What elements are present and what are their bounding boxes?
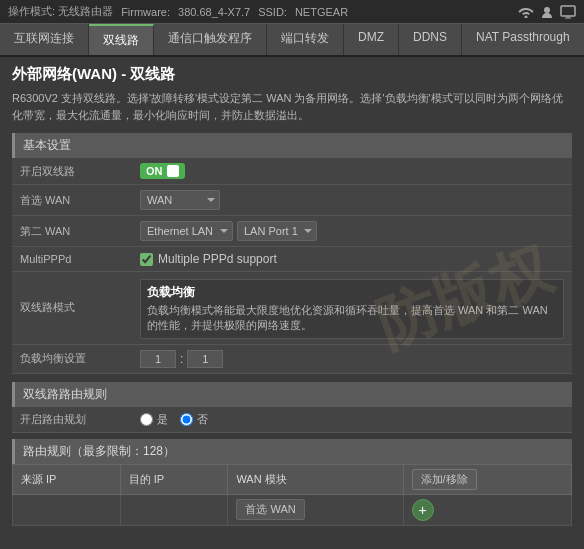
- routing-table-section: 路由规则（最多限制：128） 来源 IP 目的 IP WAN 模块 添加/移除: [12, 439, 572, 526]
- tab-portfwd[interactable]: 端口转发: [267, 24, 344, 55]
- top-bar-icons: [518, 5, 576, 19]
- svg-point-0: [544, 7, 550, 13]
- dst-ip-cell: [120, 494, 228, 525]
- tab-internet[interactable]: 互联网连接: [0, 24, 89, 55]
- primary-wan-select[interactable]: WAN: [140, 190, 220, 210]
- enable-routing-label: 开启路由规划: [12, 407, 132, 433]
- col-wan: WAN 模块: [228, 464, 403, 494]
- action-cell: +: [403, 494, 571, 525]
- radio-yes-input[interactable]: [140, 413, 153, 426]
- firmware-label: Firmware:: [121, 6, 170, 18]
- ssid-value: NETGEAR: [295, 6, 348, 18]
- radio-no-label: 否: [197, 412, 208, 427]
- src-ip-cell: [13, 494, 121, 525]
- radio-no-option[interactable]: 否: [180, 412, 208, 427]
- row-dualwan-mode: 双线路模式 负载均衡 负载均衡模式将能最大限度地优化资源和循环吞吐量，提高首选 …: [12, 272, 572, 345]
- dualwan-mode-label: 双线路模式: [12, 272, 132, 345]
- multippd-checkbox-label: Multiple PPPd support: [158, 252, 277, 266]
- row-enable-routing: 开启路由规划 是 否: [12, 407, 572, 433]
- routing-rules-table: 来源 IP 目的 IP WAN 模块 添加/移除 首选 WAN: [12, 464, 572, 526]
- secondary-wan-type-select[interactable]: Ethernet LAN: [140, 221, 233, 241]
- row-multippd: MultiPPPd Multiple PPPd support: [12, 247, 572, 272]
- secondary-wan-port-select[interactable]: LAN Port 1: [237, 221, 317, 241]
- firmware-version: 380.68_4-X7.7: [178, 6, 250, 18]
- page-title: 外部网络(WAN) - 双线路: [12, 65, 572, 84]
- load-balance-inputs: :: [140, 350, 564, 368]
- row-load-balance: 负载均衡设置 :: [12, 344, 572, 373]
- basic-settings-table: 开启双线路 ON 首选 WAN WAN 第二 WAN Etherne: [12, 158, 572, 374]
- mode-name: 负载均衡: [147, 284, 557, 301]
- tab-natpt[interactable]: NAT Passthrough: [462, 24, 584, 55]
- add-remove-btn[interactable]: 添加/移除: [412, 469, 477, 490]
- nav-tabs: 互联网连接 双线路 通信口触发程序 端口转发 DMZ DDNS NAT Pass…: [0, 24, 584, 57]
- toggle-knob: [167, 165, 179, 177]
- mode-detail: 负载均衡模式将能最大限度地优化资源和循环吞吐量，提高首选 WAN 和第二 WAN…: [147, 303, 557, 334]
- multippd-checkbox[interactable]: [140, 253, 153, 266]
- primary-wan-label: 首选 WAN: [12, 185, 132, 216]
- toggle-on-label: ON: [146, 165, 163, 177]
- tab-comm[interactable]: 通信口触发程序: [154, 24, 267, 55]
- enable-dualwan-label: 开启双线路: [12, 158, 132, 185]
- routing-table-header-row: 来源 IP 目的 IP WAN 模块 添加/移除: [13, 464, 572, 494]
- page-description: R6300V2 支持双线路。选择'故障转移'模式设定第二 WAN 为备用网络。选…: [12, 90, 572, 123]
- col-dst-ip: 目的 IP: [120, 464, 228, 494]
- multippd-label: MultiPPPd: [12, 247, 132, 272]
- enable-routing-radio: 是 否: [140, 412, 564, 427]
- wan-select-btn[interactable]: 首选 WAN: [236, 499, 304, 520]
- wifi-icon: [518, 6, 534, 18]
- lb-input-2[interactable]: [187, 350, 223, 368]
- lb-colon: :: [180, 352, 183, 366]
- tab-ddns[interactable]: DDNS: [399, 24, 462, 55]
- lb-input-1[interactable]: [140, 350, 176, 368]
- secondary-wan-label: 第二 WAN: [12, 216, 132, 247]
- radio-yes-label: 是: [157, 412, 168, 427]
- routing-table-header: 路由规则（最多限制：128）: [12, 439, 572, 464]
- monitor-icon: [560, 5, 576, 19]
- multippd-checkbox-row: Multiple PPPd support: [140, 252, 564, 266]
- col-src-ip: 来源 IP: [13, 464, 121, 494]
- routing-section: 双线路路由规则 开启路由规划 是 否: [12, 382, 572, 526]
- row-primary-wan: 首选 WAN WAN: [12, 185, 572, 216]
- mode-description-box: 负载均衡 负载均衡模式将能最大限度地优化资源和循环吞吐量，提高首选 WAN 和第…: [140, 279, 564, 339]
- routing-settings-table: 开启路由规划 是 否: [12, 407, 572, 433]
- tab-dmz[interactable]: DMZ: [344, 24, 399, 55]
- table-row: 首选 WAN +: [13, 494, 572, 525]
- svg-rect-1: [561, 6, 575, 16]
- row-enable-dualwan: 开启双线路 ON: [12, 158, 572, 185]
- radio-no-input[interactable]: [180, 413, 193, 426]
- add-plus-btn[interactable]: +: [412, 499, 434, 521]
- radio-yes-option[interactable]: 是: [140, 412, 168, 427]
- wan-cell: 首选 WAN: [228, 494, 403, 525]
- dualwan-toggle[interactable]: ON: [140, 163, 185, 179]
- row-secondary-wan: 第二 WAN Ethernet LAN LAN Port 1: [12, 216, 572, 247]
- user-icon: [540, 5, 554, 19]
- ssid-label: SSID:: [258, 6, 287, 18]
- page-content: 防版权 外部网络(WAN) - 双线路 R6300V2 支持双线路。选择'故障转…: [0, 57, 584, 549]
- routing-section-header: 双线路路由规则: [12, 382, 572, 407]
- load-balance-label: 负载均衡设置: [12, 344, 132, 373]
- col-actions: 添加/移除: [403, 464, 571, 494]
- tab-dualwan[interactable]: 双线路: [89, 24, 154, 55]
- top-bar: 操作模式: 无线路由器 Firmware: 380.68_4-X7.7 SSID…: [0, 0, 584, 24]
- basic-settings-header: 基本设置: [12, 133, 572, 158]
- secondary-wan-dropdowns: Ethernet LAN LAN Port 1: [140, 221, 564, 241]
- mode-label: 操作模式: 无线路由器: [8, 4, 113, 19]
